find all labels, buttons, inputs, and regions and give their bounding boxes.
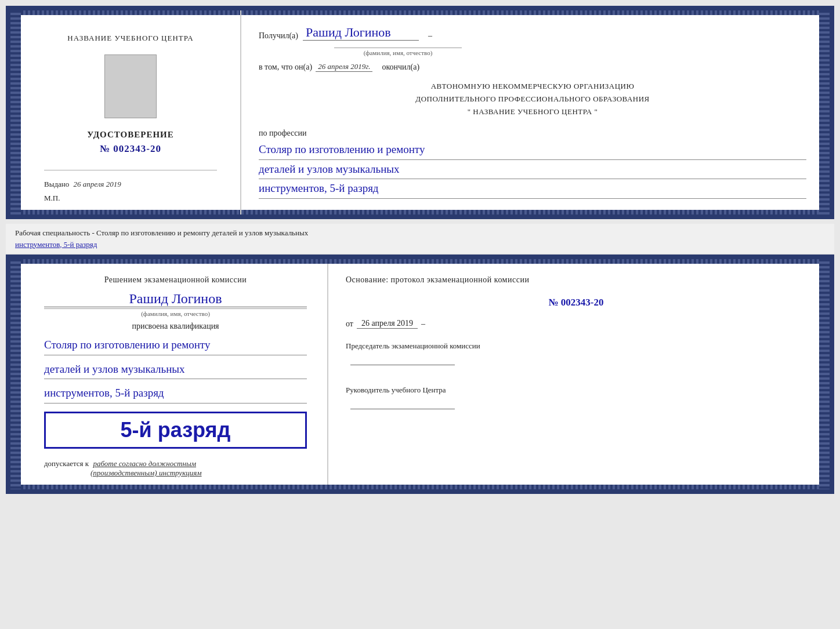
udost-label: УДОСТОВЕРЕНИЕ (87, 130, 174, 140)
vtom-date: 26 апреля 2019г. (316, 62, 372, 72)
poluchil-label: Получил(а) (259, 31, 298, 41)
middle-label2: инструментов, 5-й разряд (15, 240, 97, 249)
org-line2: ДОПОЛНИТЕЛЬНОГО ПРОФЕССИОНАЛЬНОГО ОБРАЗО… (259, 93, 806, 106)
dopuskaetsya-text2: (производственным) инструкциям (90, 468, 202, 477)
ot-dash: – (421, 319, 425, 329)
fio-hint-top: (фамилия, имя, отчество) (334, 48, 462, 56)
ruk-sig-line (350, 397, 455, 409)
top-cert-left: НАЗВАНИЕ УЧЕБНОГО ЦЕНТРА УДОСТОВЕРЕНИЕ №… (21, 10, 241, 214)
prisvoyena-label: присвоена квалификация (44, 322, 307, 331)
ruk-label: Руководитель учебного Центра (346, 384, 806, 397)
okonchil-label: окончил(а) (382, 63, 419, 72)
profession-block: по профессии Столяр по изготовлению и ре… (259, 129, 806, 199)
qual-line2: деталей и узлов музыкальных (44, 360, 307, 380)
issued-date: 26 апреля 2019 (74, 180, 121, 188)
osnov-label: Основание: протокол экзаменационной коми… (346, 274, 806, 286)
big-rank-text: 5-й разряд (55, 418, 296, 442)
vtom-label: в том, что он(а) (259, 63, 312, 72)
ot-date: 26 апреля 2019 (357, 319, 418, 329)
dash-top: – (428, 31, 432, 41)
predsedatel-label: Председатель экзаменационной комиссии (346, 340, 806, 352)
school-name-top: НАЗВАНИЕ УЧЕБНОГО ЦЕНТРА (67, 34, 193, 43)
bottom-name: Рашид Логинов (44, 291, 307, 307)
bottom-cert-left: Решением экзаменационной комиссии Рашид … (21, 259, 328, 489)
mp-label: М.П. (44, 194, 60, 203)
recipient-name-top: Рашид Логинов (303, 25, 419, 41)
resheniem-label: Решением экзаменационной комиссии (44, 274, 307, 286)
prof-line1: Столяр по изготовлению и ремонту (259, 140, 806, 160)
org-block: АВТОНОМНУЮ НЕКОММЕРЧЕСКУЮ ОРГАНИЗАЦИЮ ДО… (259, 80, 806, 118)
dopuskaetsya-text: работе согласно должностным (93, 459, 196, 468)
bottom-certificate: Решением экзаменационной комиссии Рашид … (6, 254, 834, 494)
proto-number: № 002343-20 (346, 297, 806, 308)
recipient-line: Получил(а) Рашид Логинов – (259, 25, 806, 41)
ot-label: от (346, 319, 353, 329)
ot-date-line: от 26 апреля 2019 – (346, 319, 806, 329)
dopuskaetsya-label: допускается к (44, 459, 89, 468)
po-professii: по профессии (259, 129, 806, 138)
side-decoration: ––иȧ←––– (817, 10, 830, 214)
issued-line: Выдано 26 апреля 2019 (44, 174, 217, 189)
top-certificate: НАЗВАНИЕ УЧЕБНОГО ЦЕНТРА УДОСТОВЕРЕНИЕ №… (6, 6, 834, 219)
middle-strip: Рабочая специальность - Столяр по изгото… (6, 224, 834, 253)
qual-line1: Столяр по изготовлению и ремонту (44, 336, 307, 355)
org-name: " НАЗВАНИЕ УЧЕБНОГО ЦЕНТРА " (259, 106, 806, 118)
prof-line2: деталей и узлов музыкальных (259, 160, 806, 180)
prof-line3: инструментов, 5-й разряд (259, 179, 806, 199)
big-rank-box: 5-й разряд (44, 412, 307, 449)
middle-label: Рабочая специальность - Столяр по изгото… (15, 228, 308, 237)
side-decoration-bottom: ––иȧ←––– (817, 259, 830, 489)
bottom-cert-right: ––иȧ←––– Основание: протокол экзаменацио… (328, 259, 830, 489)
top-cert-right: ––иȧ←––– Получил(а) Рашид Логинов – (фам… (241, 10, 830, 214)
org-line1: АВТОНОМНУЮ НЕКОММЕРЧЕСКУЮ ОРГАНИЗАЦИЮ (259, 80, 806, 93)
dopuskaetsya-block: допускается к работе согласно должностны… (44, 459, 307, 478)
fio-hint-bottom: (фамилия, имя, отчество) (44, 308, 307, 317)
vtom-line: в том, что он(а) 26 апреля 2019г. окончи… (259, 62, 806, 72)
predsedatel-sig-line (350, 352, 455, 365)
photo-placeholder (104, 54, 157, 118)
ruk-block: Руководитель учебного Центра (346, 384, 806, 413)
page-wrapper: НАЗВАНИЕ УЧЕБНОГО ЦЕНТРА УДОСТОВЕРЕНИЕ №… (6, 6, 834, 494)
issued-label: Выдано (44, 180, 69, 188)
cert-number-top: № 002343-20 (100, 143, 161, 155)
predsedatel-block: Председатель экзаменационной комиссии (346, 340, 806, 369)
qual-line3: инструментов, 5-й разряд (44, 384, 307, 403)
